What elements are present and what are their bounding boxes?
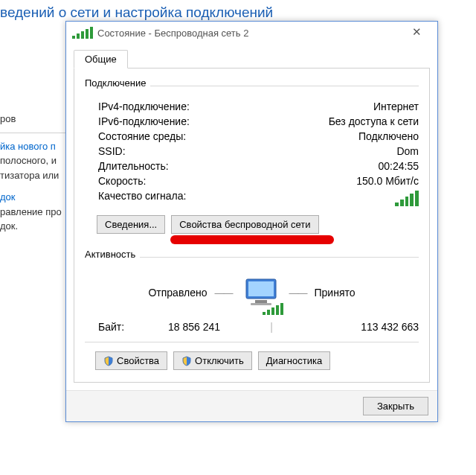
ipv4-value: Интернет (373, 101, 419, 112)
signal-icon (263, 303, 283, 315)
ipv4-label: IPv4-подключение: (98, 101, 190, 112)
close-icon[interactable]: ✕ (402, 25, 431, 40)
status-dialog: Состояние - Беспроводная сеть 2 ✕ Общие … (65, 21, 438, 422)
bytes-received-value: 113 432 663 (279, 321, 419, 333)
wireless-properties-button[interactable]: Свойства беспроводной сети (171, 215, 318, 234)
divider: —— (289, 287, 307, 299)
bytes-label: Байт: (98, 321, 124, 333)
signal-icon (72, 27, 93, 39)
divider (150, 86, 419, 86)
signal-quality-icon (395, 190, 419, 206)
signal-quality-label: Качество сигнала: (98, 190, 186, 206)
titlebar[interactable]: Состояние - Беспроводная сеть 2 ✕ (66, 22, 437, 44)
sent-label: Отправлено (148, 287, 207, 299)
properties-button[interactable]: Свойства (95, 351, 167, 370)
tab-panel: Подключение IPv4-подключение:Интернет IP… (74, 68, 430, 383)
close-button[interactable]: Закрыть (363, 397, 428, 415)
ipv6-label: IPv6-подключение: (98, 115, 190, 127)
annotation-highlight (170, 235, 334, 244)
dialog-title: Состояние - Беспроводная сеть 2 (97, 28, 248, 39)
ssid-label: SSID: (98, 145, 126, 157)
divider: —— (215, 287, 233, 299)
duration-value: 00:24:55 (379, 160, 419, 172)
shield-icon (181, 356, 192, 366)
disable-button-label: Отключить (195, 355, 244, 366)
divider (140, 257, 419, 258)
details-button[interactable]: Сведения... (97, 215, 165, 234)
group-activity: Активность (85, 249, 135, 260)
tab-general[interactable]: Общие (74, 50, 128, 68)
ssid-value: Dom (396, 145, 419, 157)
ipv6-value: Без доступа к сети (329, 115, 419, 127)
disable-button[interactable]: Отключить (173, 351, 252, 370)
bytes-sent-value: 18 856 241 (124, 321, 264, 333)
shield-icon (103, 356, 114, 366)
diagnostics-button[interactable]: Диагностика (258, 351, 330, 370)
duration-label: Длительность: (98, 160, 169, 172)
svg-rect-1 (248, 281, 274, 296)
dialog-footer: Закрыть (66, 390, 437, 421)
media-value: Подключено (358, 130, 419, 142)
group-connection: Подключение (85, 77, 146, 89)
properties-button-label: Свойства (117, 355, 159, 366)
received-label: Принято (315, 287, 356, 299)
computer-icon (240, 276, 282, 309)
divider: | (264, 321, 279, 333)
speed-label: Скорость: (98, 175, 146, 187)
media-label: Состояние среды: (98, 130, 186, 142)
speed-value: 150.0 Мбит/с (356, 175, 419, 187)
tab-bar: Общие (66, 47, 437, 68)
